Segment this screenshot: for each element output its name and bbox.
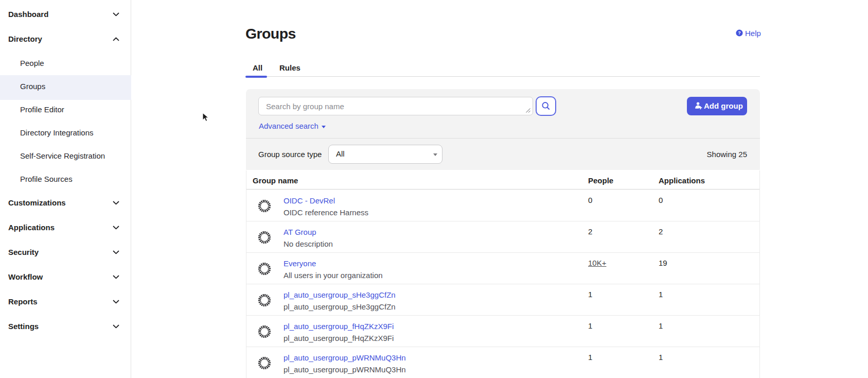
svg-text:?: ? [738,30,740,36]
